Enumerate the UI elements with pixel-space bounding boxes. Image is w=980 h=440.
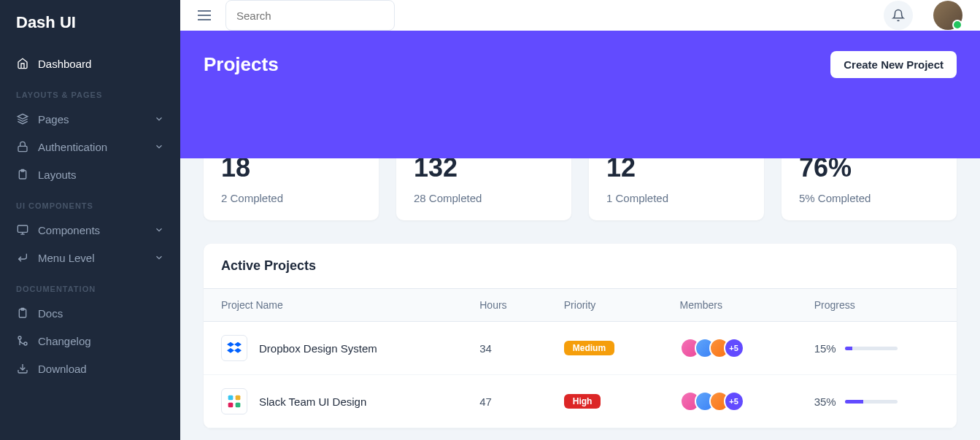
project-logo-icon	[221, 335, 247, 361]
git-icon	[16, 334, 29, 347]
sidebar-item-label: Docs	[38, 307, 63, 320]
chevron-down-icon	[154, 142, 164, 152]
download-icon	[16, 362, 29, 375]
svg-point-9	[24, 342, 27, 345]
th-progress: Progress	[797, 289, 957, 322]
stat-sub: 1 Completed	[606, 192, 746, 204]
sidebar-item-changelog[interactable]: Changelog	[0, 327, 180, 355]
create-project-button[interactable]: Create New Project	[830, 51, 957, 78]
search-input[interactable]	[225, 0, 395, 31]
sidebar-heading-ui: UI COMPONENTS	[0, 188, 180, 216]
main: Projects Create New Project Projects 18 …	[180, 0, 980, 440]
progress-label: 15%	[814, 342, 836, 355]
svg-rect-4	[18, 225, 27, 232]
notifications-button[interactable]	[884, 1, 913, 30]
layers-icon	[16, 112, 29, 126]
stat-sub: 2 Completed	[221, 192, 361, 204]
sidebar-item-dashboard[interactable]: Dashboard	[0, 50, 180, 77]
sidebar-item-label: Menu Level	[38, 252, 95, 264]
chevron-down-icon	[154, 225, 164, 235]
svg-rect-23	[228, 395, 234, 401]
progress-cell: 35%	[814, 395, 939, 408]
hours-cell: 34	[462, 322, 547, 375]
th-members: Members	[663, 289, 797, 322]
monitor-icon	[16, 223, 29, 236]
th-hours: Hours	[462, 289, 547, 322]
project-name: Dropbox Design System	[259, 342, 377, 355]
progress-bar	[845, 347, 898, 350]
project-logo-icon	[221, 388, 247, 414]
page-title: Projects	[204, 53, 279, 76]
project-name-cell: Slack Team UI Design	[221, 388, 444, 414]
active-projects-card: Active Projects Project Name Hours Prior…	[204, 244, 957, 428]
progress-bar	[845, 400, 898, 404]
stat-sub: 5% Completed	[799, 192, 939, 204]
lock-icon	[16, 140, 29, 153]
svg-rect-1	[18, 146, 27, 151]
clipboard-icon	[16, 168, 29, 181]
sidebar-item-menu-level[interactable]: Menu Level	[0, 244, 180, 271]
progress-cell: 15%	[814, 342, 939, 355]
sidebar-heading-layouts: LAYOUTS & PAGES	[0, 77, 180, 105]
sidebar-item-authentication[interactable]: Authentication	[0, 133, 180, 161]
projects-table: Project Name Hours Priority Members Prog…	[204, 288, 957, 428]
table-row[interactable]: Slack Team UI Design 47 High +5 35%	[204, 375, 957, 428]
sidebar-item-label: Authentication	[38, 141, 107, 153]
svg-rect-25	[228, 403, 234, 408]
svg-marker-0	[18, 114, 27, 119]
sidebar-item-download[interactable]: Download	[0, 355, 180, 382]
sidebar-item-components[interactable]: Components	[0, 216, 180, 244]
stat-sub: 28 Completed	[414, 192, 554, 204]
hero: Projects Create New Project	[180, 31, 980, 158]
topbar	[180, 0, 980, 31]
table-title: Active Projects	[204, 244, 957, 288]
sidebar: Dash UI Dashboard LAYOUTS & PAGES Pages …	[0, 0, 180, 440]
svg-point-10	[18, 336, 21, 339]
chevron-down-icon	[154, 114, 164, 124]
corner-icon	[16, 251, 29, 264]
members-cell: +5	[680, 391, 779, 412]
priority-badge: Medium	[564, 341, 614, 355]
svg-rect-26	[236, 403, 241, 408]
member-more-badge: +5	[724, 338, 744, 358]
svg-rect-24	[236, 395, 241, 401]
member-more-badge: +5	[724, 391, 744, 412]
clipboard-icon	[16, 306, 29, 320]
sidebar-heading-docs: DOCUMENTATION	[0, 271, 180, 299]
menu-toggle-icon[interactable]	[198, 7, 214, 23]
hours-cell: 47	[462, 375, 547, 428]
sidebar-item-label: Components	[38, 224, 100, 236]
user-avatar[interactable]	[933, 1, 962, 30]
sidebar-item-pages[interactable]: Pages	[0, 105, 180, 133]
bell-icon	[892, 9, 905, 22]
project-name: Slack Team UI Design	[259, 395, 366, 408]
chevron-down-icon	[154, 252, 164, 263]
members-cell: +5	[680, 338, 779, 358]
sidebar-item-label: Changelog	[38, 335, 91, 347]
project-name-cell: Dropbox Design System	[221, 335, 444, 361]
sidebar-item-layouts[interactable]: Layouts	[0, 161, 180, 188]
progress-label: 35%	[814, 395, 836, 408]
brand-logo: Dash UI	[0, 13, 180, 50]
th-priority: Priority	[547, 289, 663, 322]
sidebar-item-label: Dashboard	[38, 58, 91, 70]
sidebar-item-label: Pages	[38, 113, 69, 126]
table-row[interactable]: Dropbox Design System 34 Medium +5 15%	[204, 322, 957, 375]
priority-badge: High	[564, 394, 601, 409]
sidebar-item-label: Download	[38, 363, 87, 375]
home-icon	[16, 57, 29, 70]
sidebar-item-label: Layouts	[38, 169, 77, 181]
th-name: Project Name	[204, 289, 462, 322]
sidebar-item-docs[interactable]: Docs	[0, 299, 180, 327]
